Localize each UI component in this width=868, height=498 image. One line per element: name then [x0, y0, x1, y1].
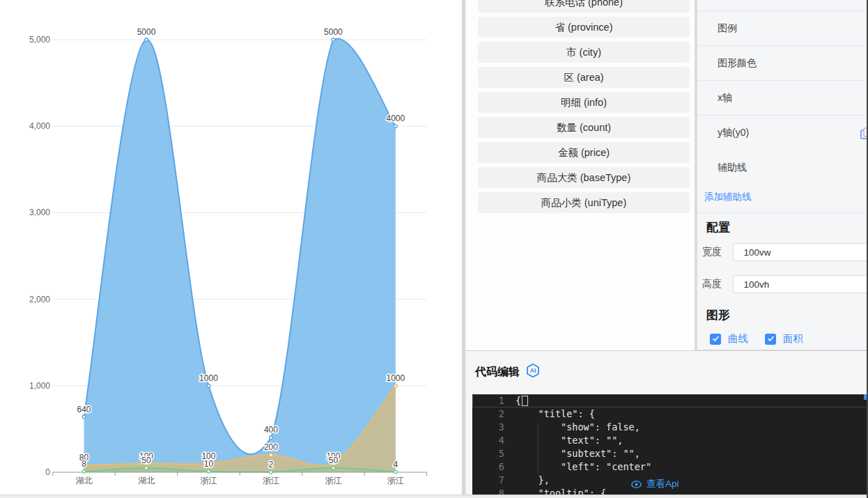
shape-checkboxes: 曲线面积	[710, 332, 803, 345]
config-panel: 图例图形颜色x轴y轴(y0)辅助线 添加辅助线 配置 宽度 高度 图形 曲线面积	[697, 0, 868, 350]
field-pill[interactable]: 联系电话 (phone)	[478, 0, 690, 13]
field-pill[interactable]: 市 (city)	[478, 42, 690, 63]
field-pill[interactable]: 商品大类 (baseType)	[478, 167, 690, 188]
config-row-label: x轴	[718, 92, 732, 104]
svg-text:湖北: 湖北	[138, 476, 155, 485]
line-number: 1	[472, 394, 504, 407]
svg-text:200: 200	[264, 442, 278, 452]
line-number: 6	[472, 460, 504, 474]
code-line[interactable]: 4 "text": "",	[472, 434, 868, 447]
text-cursor	[522, 396, 528, 406]
svg-text:1000: 1000	[387, 373, 405, 383]
indent-guide	[538, 422, 538, 474]
code-editor-title: 代码编辑	[475, 365, 520, 380]
svg-text:2: 2	[269, 460, 274, 469]
code-line[interactable]: 5 "subtext": "",	[472, 447, 868, 460]
ai-assistant-icon[interactable]: AI	[525, 363, 541, 381]
config-row-label: 辅助线	[718, 162, 747, 174]
chart-svg[interactable]: 01,0002,0003,0004,0005,000湖北湖北浙江浙江浙江浙江64…	[0, 0, 462, 498]
svg-text:5000: 5000	[324, 27, 343, 37]
config-row-label: y轴(y0)	[718, 127, 749, 139]
view-api-link[interactable]: 查看Api	[631, 478, 679, 490]
height-label: 高度	[702, 278, 729, 290]
shape-section-title: 图形	[706, 307, 730, 323]
svg-text:0: 0	[45, 467, 50, 477]
line-content: {	[504, 394, 528, 407]
chart-builder-app: 01,0002,0003,0004,0005,000湖北湖北浙江浙江浙江浙江64…	[0, 0, 868, 498]
line-number: 3	[472, 421, 504, 434]
width-label: 宽度	[702, 246, 729, 258]
height-input[interactable]	[733, 275, 868, 293]
field-pill[interactable]: 金额 (price)	[478, 142, 690, 163]
svg-text:浙江: 浙江	[200, 476, 217, 485]
config-row[interactable]: 图形颜色	[697, 46, 868, 81]
code-line[interactable]: 1{	[472, 394, 868, 407]
svg-text:10: 10	[204, 459, 214, 469]
svg-text:4000: 4000	[387, 114, 405, 123]
svg-text:400: 400	[264, 425, 278, 435]
config-row[interactable]: x轴	[697, 81, 868, 116]
svg-text:3,000: 3,000	[29, 208, 50, 217]
chart-preview-pane[interactable]: 01,0002,0003,0004,0005,000湖北湖北浙江浙江浙江浙江64…	[0, 0, 462, 498]
width-input[interactable]	[733, 243, 868, 261]
svg-text:1,000: 1,000	[29, 381, 50, 391]
field-pill[interactable]: 明细 (info)	[478, 92, 690, 113]
fields-list: 联系电话 (phone)省 (province)市 (city)区 (area)…	[478, 0, 690, 213]
field-pill[interactable]: 商品小类 (uniType)	[478, 192, 690, 213]
field-pill[interactable]: 区 (area)	[478, 67, 690, 88]
svg-text:5000: 5000	[137, 27, 156, 37]
svg-text:50: 50	[329, 456, 339, 465]
svg-text:2,000: 2,000	[29, 295, 50, 304]
line-number: 5	[472, 447, 504, 460]
field-pill[interactable]: 数量 (count)	[478, 117, 690, 138]
config-row-clipped	[697, 0, 868, 11]
svg-text:AI: AI	[530, 367, 536, 374]
line-content: "subtext": "",	[504, 447, 640, 460]
fields-panel: 联系电话 (phone)省 (province)市 (city)区 (area)…	[466, 0, 695, 350]
config-row-label: 图形颜色	[718, 57, 757, 70]
code-line[interactable]: 6 "left": "center"	[472, 460, 868, 474]
line-number: 4	[472, 434, 504, 447]
line-content: "left": "center"	[504, 460, 651, 474]
line-number: 7	[472, 474, 504, 487]
config-row-label: 图例	[718, 22, 737, 35]
svg-text:浙江: 浙江	[263, 476, 279, 485]
shape-checkbox-item[interactable]: 面积	[765, 332, 803, 345]
svg-text:湖北: 湖北	[76, 476, 93, 485]
config-row[interactable]: y轴(y0)	[697, 116, 868, 150]
config-section-title: 配置	[706, 219, 730, 235]
svg-text:5,000: 5,000	[29, 35, 50, 45]
horizontal-scrollbar-track[interactable]	[0, 495, 868, 498]
line-number: 2	[472, 407, 504, 421]
config-rows: 图例图形颜色x轴y轴(y0)辅助线	[697, 11, 868, 185]
eye-icon	[631, 481, 642, 488]
shape-checkbox-item[interactable]: 曲线	[710, 332, 748, 345]
code-line[interactable]: 2 "title": {	[472, 407, 868, 421]
field-pill[interactable]: 省 (province)	[478, 17, 690, 38]
line-content: },	[504, 474, 550, 487]
svg-text:50: 50	[141, 456, 151, 465]
svg-text:4,000: 4,000	[29, 121, 50, 131]
config-separator	[697, 212, 868, 213]
line-content: "show": false,	[504, 421, 640, 434]
svg-text:4: 4	[394, 460, 398, 469]
checkbox-label: 面积	[783, 332, 803, 345]
checkbox-checked-icon[interactable]	[710, 334, 721, 345]
code-line[interactable]: 3 "show": false,	[472, 421, 868, 434]
config-row[interactable]: 辅助线	[697, 150, 868, 185]
code-section: 代码编辑 AI 1{2 "title": {3 "show": false,4 …	[466, 350, 868, 495]
checkbox-checked-icon[interactable]	[765, 334, 776, 345]
add-guideline-link[interactable]: 添加辅助线	[704, 191, 752, 203]
svg-text:640: 640	[77, 405, 91, 414]
line-content: "title": {	[504, 407, 595, 421]
svg-text:浙江: 浙江	[325, 476, 341, 485]
svg-text:浙江: 浙江	[387, 476, 404, 485]
svg-text:1000: 1000	[199, 373, 218, 383]
line-content: "text": "",	[504, 434, 623, 447]
svg-text:8: 8	[82, 459, 86, 469]
config-row[interactable]: 图例	[697, 11, 868, 46]
checkbox-label: 曲线	[728, 332, 748, 345]
code-editor[interactable]: 1{2 "title": {3 "show": false,4 "text": …	[472, 394, 868, 495]
